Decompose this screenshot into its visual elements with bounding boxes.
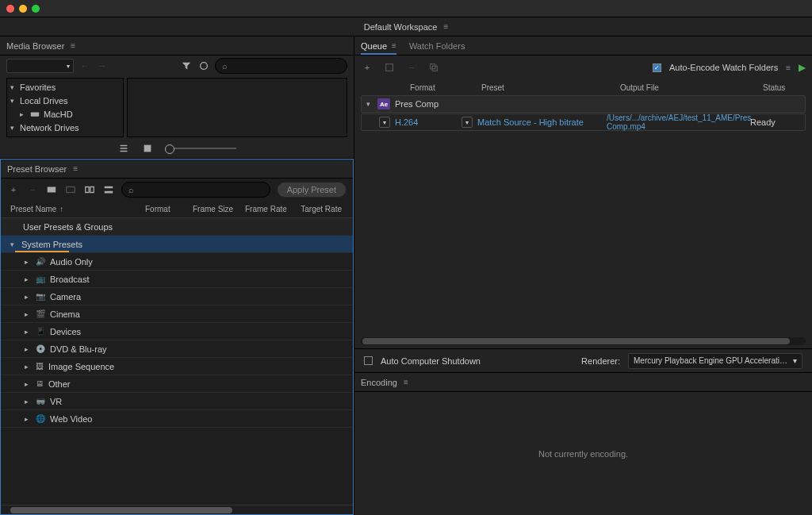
preset-category[interactable]: ▸🔊Audio Only (1, 253, 353, 271)
auto-encode-label: Auto-Encode Watch Folders (669, 63, 778, 72)
preset-scrollbar[interactable] (1, 505, 353, 514)
drive-icon (29, 109, 40, 120)
queue-menu-icon[interactable]: ≡ (786, 63, 791, 72)
apply-preset-button[interactable]: Apply Preset (277, 182, 347, 198)
media-search[interactable]: ⌕ (215, 58, 347, 74)
queue-preset[interactable]: Match Source - High bitrate (477, 117, 602, 127)
preset-dropdown-icon[interactable]: ▾ (462, 117, 473, 128)
preset-search-input[interactable] (137, 185, 263, 194)
preset-category[interactable]: ▸🥽VR (1, 393, 353, 410)
svg-rect-1 (31, 112, 40, 116)
zoom-slider[interactable] (165, 148, 236, 149)
category-icon: 🎬 (36, 309, 45, 318)
preset-category[interactable]: ▸🌐Web Video (1, 410, 353, 428)
system-presets-group[interactable]: ▾System Presets (1, 236, 353, 253)
svg-point-0 (201, 63, 208, 70)
preset-browser-panel: Preset Browser ≡ + − ⌕ Apply Preset Pres… (0, 159, 354, 515)
preset-category[interactable]: ▸📷Camera (1, 288, 353, 306)
queue-output[interactable]: /Users/.../archive/AEJ/test_11_AME/Pres … (607, 113, 745, 131)
remove-icon[interactable]: − (405, 61, 418, 74)
queue-status: Ready (750, 117, 776, 127)
panel-menu-icon[interactable]: ≡ (404, 378, 408, 386)
encoding-title: Encoding (361, 378, 397, 387)
preset-category[interactable]: ▸📱Devices (1, 323, 353, 340)
renderer-select[interactable]: Mercury Playback Engine GPU Acceleration… (628, 353, 802, 369)
media-browser-select[interactable]: ▾ (6, 59, 74, 73)
panel-menu-icon[interactable]: ≡ (392, 41, 396, 50)
category-icon: 📷 (36, 292, 45, 301)
tree-local-drives[interactable]: ▾Local Drives (7, 94, 123, 107)
media-search-input[interactable] (231, 61, 340, 71)
add-source-icon[interactable]: + (361, 61, 373, 74)
svg-rect-4 (67, 187, 75, 193)
preset-icon-2[interactable] (64, 183, 77, 196)
preset-list[interactable]: User Presets & Groups ▾System Presets ▸🔊… (1, 218, 353, 505)
category-icon: 🌐 (36, 414, 45, 423)
media-content-area[interactable] (127, 78, 347, 137)
preset-category[interactable]: ▸📺Broadcast (1, 271, 353, 288)
queue-body[interactable]: ▾ Ae Pres Comp ▾ H.264 ▾ Match Source - … (354, 95, 812, 334)
tree-favorites[interactable]: ▾Favorites (7, 80, 123, 94)
thumbnail-view-icon[interactable] (141, 142, 154, 155)
tree-drive[interactable]: ▸MacHD (7, 107, 123, 121)
workspace-bar: Default Workspace ≡ (0, 17, 812, 37)
user-presets-group[interactable]: User Presets & Groups (1, 218, 353, 236)
preset-search[interactable]: ⌕ (121, 182, 270, 198)
start-queue-icon[interactable]: ▶ (799, 62, 806, 73)
nav-forward-icon[interactable]: → (96, 60, 109, 72)
preset-icon-1[interactable] (45, 183, 58, 196)
tab-queue[interactable]: Queue≡ (361, 38, 396, 54)
search-icon: ⌕ (128, 185, 134, 194)
sort-up-icon[interactable]: ↑ (59, 205, 63, 213)
nav-back-icon[interactable]: ← (79, 60, 91, 72)
preset-icon-4[interactable] (102, 183, 115, 196)
category-icon: 📱 (36, 327, 45, 336)
media-browser-title: Media Browser (6, 41, 64, 51)
tree-network-drives[interactable]: ▾Network Drives (7, 121, 123, 134)
category-icon: 💿 (36, 344, 45, 353)
media-tree[interactable]: ▾Favorites ▾Local Drives ▸MacHD ▾Network… (6, 78, 124, 137)
media-browser-panel: Media Browser ≡ ▾ ← → ⌕ ▾Favorites ▾Loca… (0, 37, 354, 159)
queue-item-row[interactable]: ▾ H.264 ▾ Match Source - High bitrate /U… (361, 113, 806, 131)
queue-tabs: Queue≡ Watch Folders (354, 37, 812, 56)
remove-preset-icon[interactable]: − (26, 183, 39, 196)
preset-category[interactable]: ▸🖼Image Sequence (1, 358, 353, 375)
svg-rect-2 (144, 145, 151, 152)
category-icon: 🥽 (36, 397, 45, 405)
ingest-icon[interactable] (197, 60, 210, 72)
category-icon: 🖥 (36, 379, 44, 388)
comp-name: Pres Comp (395, 99, 439, 109)
close-window-icon[interactable] (6, 5, 14, 13)
preset-icon-3[interactable] (83, 183, 96, 196)
encoding-panel: Encoding ≡ Not currently encoding. (354, 372, 812, 515)
category-icon: 🖼 (36, 362, 44, 371)
workspace-menu-icon[interactable]: ≡ (443, 22, 448, 31)
preset-category[interactable]: ▸🖥Other (1, 375, 353, 393)
tab-watch-folders[interactable]: Watch Folders (409, 38, 465, 54)
queue-scrollbar[interactable] (361, 337, 806, 345)
auto-encode-checkbox[interactable]: ✓ (653, 63, 661, 72)
workspace-label[interactable]: Default Workspace (364, 22, 438, 32)
add-preset-icon[interactable]: + (7, 183, 20, 196)
queue-format[interactable]: H.264 (395, 117, 457, 127)
category-icon: 📺 (36, 275, 45, 283)
add-output-icon[interactable] (383, 61, 396, 74)
ae-badge-icon: Ae (377, 98, 390, 110)
minimize-window-icon[interactable] (19, 5, 27, 13)
preset-category[interactable]: ▸💿DVD & Blu-ray (1, 340, 353, 358)
encoding-status: Not currently encoding. (538, 449, 628, 459)
duplicate-icon[interactable] (427, 61, 440, 74)
queue-comp-row[interactable]: ▾ Ae Pres Comp (361, 95, 806, 113)
format-dropdown-icon[interactable]: ▾ (379, 117, 390, 128)
filter-icon[interactable] (180, 60, 193, 72)
preset-category[interactable]: ▸🎬Cinema (1, 306, 353, 323)
renderer-label: Renderer: (581, 356, 620, 366)
preset-headers: Preset Name↑ Format Frame Size Frame Rat… (1, 201, 353, 218)
maximize-window-icon[interactable] (32, 5, 40, 13)
title-bar (0, 0, 812, 17)
panel-menu-icon[interactable]: ≡ (71, 41, 75, 50)
list-view-icon[interactable] (117, 142, 130, 155)
shutdown-checkbox[interactable] (364, 356, 373, 365)
panel-menu-icon[interactable]: ≡ (73, 164, 78, 173)
preset-browser-title: Preset Browser (7, 164, 67, 174)
